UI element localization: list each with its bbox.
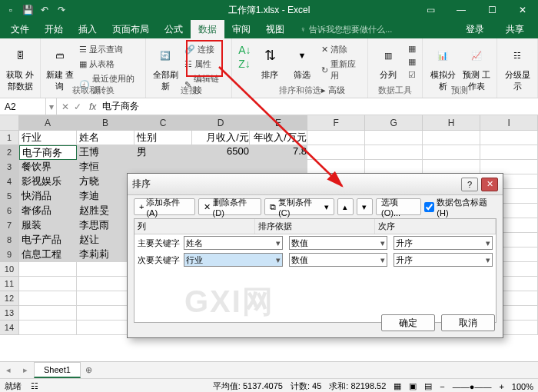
- sort-asc-button[interactable]: A↓: [237, 43, 252, 57]
- move-down-button[interactable]: ▾: [357, 198, 373, 215]
- tab-formula[interactable]: 公式: [157, 20, 191, 39]
- row-header[interactable]: 12: [0, 291, 19, 306]
- cell[interactable]: 服装: [19, 218, 77, 233]
- cell[interactable]: [19, 306, 77, 321]
- cell[interactable]: [480, 131, 538, 145]
- cell[interactable]: [307, 145, 365, 160]
- cell[interactable]: [423, 131, 480, 145]
- cell[interactable]: [480, 145, 538, 160]
- tab-insert[interactable]: 插入: [71, 20, 105, 39]
- col-header[interactable]: C: [134, 115, 192, 130]
- cell[interactable]: 李思雨: [77, 218, 134, 233]
- row-header[interactable]: 8: [0, 233, 19, 247]
- col-header[interactable]: H: [423, 115, 480, 130]
- cell[interactable]: 电子产品: [19, 233, 77, 247]
- cell[interactable]: 年收入/万元: [250, 131, 307, 145]
- cell[interactable]: [77, 262, 134, 277]
- undo-icon[interactable]: ↶: [38, 4, 51, 16]
- cancel-button[interactable]: 取消: [441, 314, 495, 331]
- connections-button[interactable]: 🔗连接: [183, 43, 227, 56]
- row-header[interactable]: 2: [0, 145, 19, 160]
- zoom-in-icon[interactable]: +: [499, 382, 503, 391]
- row-header[interactable]: 11: [0, 277, 19, 291]
- filter-button[interactable]: ▼筛选: [287, 43, 317, 81]
- ok-button[interactable]: 确定: [381, 314, 435, 331]
- remove-dup-button[interactable]: ▦: [407, 56, 417, 68]
- view-layout-icon[interactable]: ▣: [409, 381, 417, 391]
- col-header[interactable]: D: [192, 115, 250, 130]
- share-button[interactable]: 共享: [498, 20, 532, 39]
- from-table-button[interactable]: ▦从表格: [78, 58, 141, 71]
- cell[interactable]: 6500: [192, 145, 250, 160]
- copy-level-button[interactable]: ⧉复制条件(C)▾: [264, 198, 334, 215]
- cell[interactable]: 赵让: [77, 233, 134, 247]
- save-icon[interactable]: 💾: [22, 4, 34, 16]
- cell[interactable]: 李迪: [77, 189, 134, 204]
- row-header[interactable]: 1: [0, 131, 19, 145]
- row-header[interactable]: 14: [0, 321, 19, 335]
- text-to-columns-button[interactable]: ▥分列: [373, 43, 404, 81]
- help-icon[interactable]: ?: [461, 178, 478, 191]
- tab-file[interactable]: 文件: [3, 20, 37, 39]
- properties-button[interactable]: ☷属性: [183, 58, 227, 71]
- row-header[interactable]: 5: [0, 189, 19, 204]
- row-header[interactable]: 10: [0, 262, 19, 277]
- row-header[interactable]: 6: [0, 204, 19, 218]
- show-queries-button[interactable]: ☰显示查询: [78, 43, 141, 56]
- cell[interactable]: 李莉莉: [77, 247, 134, 262]
- sheet-tab[interactable]: Sheet1: [34, 362, 81, 378]
- view-normal-icon[interactable]: ▦: [394, 381, 401, 391]
- cell[interactable]: 男: [134, 145, 192, 160]
- cell[interactable]: 月收入/元: [192, 131, 250, 145]
- zoom-slider[interactable]: ——●——: [453, 382, 492, 391]
- row-header[interactable]: 9: [0, 247, 19, 262]
- cell[interactable]: [77, 277, 134, 291]
- cell[interactable]: [307, 131, 365, 145]
- cell[interactable]: [77, 321, 134, 335]
- cell[interactable]: [365, 145, 423, 160]
- order-combo[interactable]: 升序▾: [394, 253, 493, 267]
- dialog-titlebar[interactable]: 排序 ? ✕: [128, 174, 503, 195]
- reapply-button[interactable]: ↻重新应用: [320, 58, 363, 82]
- sorton-combo[interactable]: 数值▾: [289, 236, 388, 250]
- cell[interactable]: [77, 306, 134, 321]
- cell[interactable]: 7.8: [250, 145, 307, 160]
- sort-desc-button[interactable]: Z↓: [237, 57, 252, 71]
- cell[interactable]: 行业: [19, 131, 77, 145]
- column-combo[interactable]: 姓名▾: [184, 236, 283, 250]
- sheet-nav-next[interactable]: ▸: [17, 365, 34, 375]
- cell[interactable]: 快消品: [19, 189, 77, 204]
- move-up-button[interactable]: ▴: [337, 198, 354, 215]
- tab-data[interactable]: 数据: [191, 20, 224, 39]
- fx-icon[interactable]: fx: [86, 101, 99, 112]
- outline-button[interactable]: ☷分级显示: [502, 43, 533, 92]
- cell[interactable]: [19, 291, 77, 306]
- col-header[interactable]: G: [365, 115, 423, 130]
- login-link[interactable]: 登录: [458, 20, 492, 39]
- view-break-icon[interactable]: ▤: [424, 381, 432, 391]
- order-combo[interactable]: 升序▾: [394, 236, 493, 250]
- col-header[interactable]: B: [77, 115, 134, 130]
- maximize-icon[interactable]: ☐: [477, 0, 507, 20]
- sheet-nav-prev[interactable]: ◂: [0, 365, 17, 375]
- row-header[interactable]: 4: [0, 174, 19, 189]
- cancel-fx-icon[interactable]: ✕: [61, 101, 69, 112]
- formula-value[interactable]: 电子商务: [99, 100, 139, 113]
- cell[interactable]: [365, 131, 423, 145]
- headers-checkbox[interactable]: 数据包含标题(H): [424, 197, 496, 218]
- column-combo[interactable]: 行业▾: [184, 253, 283, 267]
- row-header[interactable]: 3: [0, 160, 19, 174]
- sorton-combo[interactable]: 数值▾: [289, 253, 388, 267]
- ribbon-opts-icon[interactable]: ▭: [415, 0, 446, 20]
- get-external-data-button[interactable]: 🗄获取 外部数据: [5, 43, 35, 92]
- close-icon[interactable]: ✕: [481, 178, 498, 191]
- flash-fill-button[interactable]: ▦: [407, 43, 417, 55]
- cell[interactable]: 姓名: [77, 131, 134, 145]
- validation-button[interactable]: ☑: [407, 69, 417, 81]
- cell[interactable]: [19, 262, 77, 277]
- add-sheet-button[interactable]: ⊕: [81, 365, 97, 375]
- cell[interactable]: 奢侈品: [19, 204, 77, 218]
- name-box[interactable]: A2: [0, 98, 46, 115]
- tab-view[interactable]: 视图: [258, 20, 292, 39]
- tab-review[interactable]: 审阅: [224, 20, 258, 39]
